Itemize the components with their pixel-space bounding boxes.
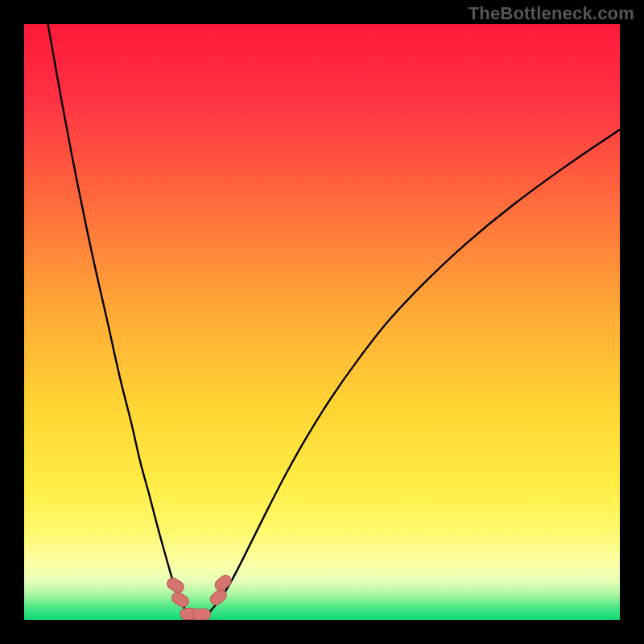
marker-left-cluster-b <box>170 590 191 609</box>
chart-frame: TheBottleneck.com <box>0 0 644 644</box>
plot-area <box>24 24 620 620</box>
curve-left-branch <box>48 24 184 607</box>
marker-right-cluster-b <box>213 573 233 593</box>
marker-left-cluster-a <box>165 576 186 595</box>
data-markers <box>165 573 233 620</box>
curve-layer <box>24 24 620 620</box>
marker-floor-b <box>192 609 210 620</box>
watermark-text: TheBottleneck.com <box>469 3 634 24</box>
curve-right-branch <box>213 130 620 607</box>
